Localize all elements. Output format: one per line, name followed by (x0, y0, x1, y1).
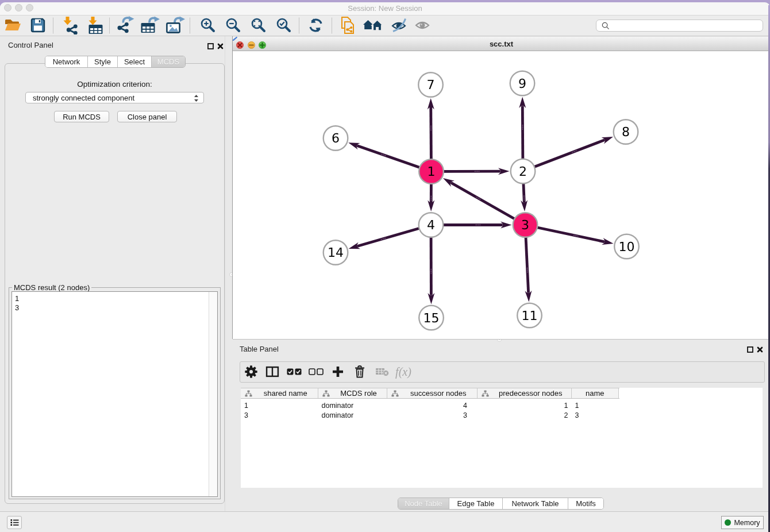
graph-edge[interactable] (523, 140, 605, 171)
add-column-icon[interactable] (332, 366, 344, 377)
table-cell-mcds_role: dominator (318, 411, 387, 419)
table-row[interactable]: 3dominator323 (241, 410, 763, 420)
table-cell-successor_nodes: 4 (387, 402, 478, 410)
import-table-icon[interactable] (87, 16, 104, 34)
tab-network-table[interactable]: Network Table (503, 498, 568, 509)
column-header-shared_name[interactable]: shared name (241, 388, 318, 398)
result-scrollbar[interactable] (209, 292, 217, 496)
column-header-name[interactable]: name (572, 388, 619, 398)
delete-column-icon[interactable] (354, 365, 365, 378)
graph-node-label: 6 (332, 132, 340, 146)
table-rows: 1dominator4113dominator323 (241, 399, 763, 420)
tab-motifs[interactable]: Motifs (568, 498, 603, 509)
select-arrows-icon (194, 94, 199, 102)
split-table-icon[interactable] (266, 366, 279, 377)
column-header-mcds_role[interactable]: MCDS role (318, 388, 387, 398)
node-table: shared name MCDS role successor nodes pr… (241, 388, 763, 488)
save-session-icon[interactable] (30, 17, 46, 33)
export-network-icon[interactable] (116, 16, 136, 34)
network-canvas[interactable]: 1234678910111415 (233, 51, 768, 340)
column-header-successor_nodes[interactable]: successor nodes (387, 388, 478, 398)
main-toolbar (0, 16, 770, 36)
network-frame-titlebar[interactable]: scc.txt (233, 36, 770, 51)
graph-node-label: 7 (427, 78, 435, 92)
close-table-panel-icon[interactable] (757, 346, 763, 353)
result-line: 3 (15, 303, 217, 313)
column-header-predecessor_nodes[interactable]: predecessor nodes (478, 388, 572, 398)
show-graphics-details-icon[interactable] (414, 18, 432, 32)
mcds-panel: Optimization criterion: strongly connect… (5, 63, 225, 504)
open-recent-icon[interactable] (340, 16, 356, 34)
mcds-result-legend: MCDS result (2 nodes) (12, 283, 91, 292)
close-panel-button[interactable]: Close panel (117, 111, 177, 122)
graph-node-label: 8 (622, 125, 630, 140)
column-type-icon (482, 390, 489, 397)
export-image-icon[interactable] (165, 16, 185, 34)
optimization-criterion-value: strongly connected component (33, 94, 134, 102)
graph-node-label: 11 (522, 309, 538, 323)
table-tabs: Node Table Edge Table Network Table Moti… (398, 498, 604, 510)
graph-edge-label (430, 126, 432, 131)
optimization-criterion-select[interactable]: strongly connected component (25, 92, 204, 103)
network-frame: scc.txt (232, 36, 770, 339)
graph: 1234678910111415 (233, 51, 768, 339)
memory-button[interactable]: Memory (721, 516, 764, 529)
tab-select[interactable]: Select (118, 56, 152, 67)
tab-network[interactable]: Network (45, 56, 88, 67)
float-panel-icon[interactable] (207, 43, 214, 49)
run-mcds-button[interactable]: Run MCDS (54, 111, 109, 122)
window-title: Session: New Session (0, 4, 770, 13)
open-session-icon[interactable] (3, 17, 22, 33)
tab-style[interactable]: Style (88, 56, 118, 67)
deselect-all-icon[interactable] (309, 368, 324, 375)
search-input[interactable] (596, 20, 763, 32)
table-cell-name: 1 (572, 402, 619, 410)
task-history-button[interactable] (7, 516, 22, 529)
refresh-icon[interactable] (307, 17, 325, 33)
zoom-out-icon[interactable] (225, 17, 241, 33)
graph-node-label: 9 (518, 77, 526, 91)
table-panel-title: Table Panel (240, 345, 279, 353)
tab-node-table[interactable]: Node Table (398, 498, 449, 509)
titlebar: Session: New Session (0, 2, 770, 16)
zoom-in-icon[interactable] (200, 17, 216, 33)
table-header-row: shared name MCDS role successor nodes pr… (241, 388, 619, 399)
import-network-icon[interactable] (61, 16, 79, 34)
toolbar-separator (190, 18, 190, 33)
graph-node-label: 2 (519, 165, 527, 179)
hide-graphics-details-icon[interactable] (391, 18, 409, 33)
toolbar-separator (53, 18, 53, 33)
home-icon[interactable] (363, 18, 383, 33)
table-row[interactable]: 1dominator411 (241, 400, 763, 410)
app-window: Session: New Session (0, 2, 770, 532)
table-settings-icon[interactable] (245, 365, 257, 378)
table-panel: Table Panel (233, 344, 768, 511)
search-icon (602, 22, 610, 30)
column-type-icon (322, 390, 330, 397)
graph-edge-label (522, 125, 523, 130)
graph-edge-label (431, 269, 432, 274)
function-builder-icon[interactable]: f(x) (395, 365, 411, 378)
memory-label: Memory (734, 519, 760, 527)
status-bar: Memory (0, 511, 770, 532)
graph-edge-label (475, 225, 480, 226)
select-all-icon[interactable] (287, 368, 302, 375)
toolbar-separator (332, 18, 332, 33)
column-header-label: predecessor nodes (490, 389, 571, 398)
column-header-label: shared name (253, 389, 318, 398)
mcds-result-text[interactable]: 1 3 (11, 291, 218, 497)
tab-edge-table[interactable]: Edge Table (449, 498, 503, 509)
graph-node-label: 1 (428, 165, 436, 179)
close-panel-icon[interactable] (217, 43, 224, 49)
export-table-icon[interactable] (140, 16, 160, 34)
control-panel-tabs: Network Style Select MCDS (45, 56, 186, 68)
zoom-selected-icon[interactable] (276, 17, 292, 33)
graph-node-label: 14 (328, 246, 344, 260)
zoom-fit-icon[interactable] (251, 17, 267, 33)
tab-mcds[interactable]: MCDS (152, 56, 185, 67)
delete-table-icon[interactable] (375, 367, 389, 376)
optimization-criterion-label: Optimization criterion: (5, 80, 224, 88)
float-table-panel-icon[interactable] (747, 346, 753, 353)
column-header-label: MCDS role (331, 389, 387, 398)
toolbar-separator (299, 18, 299, 33)
